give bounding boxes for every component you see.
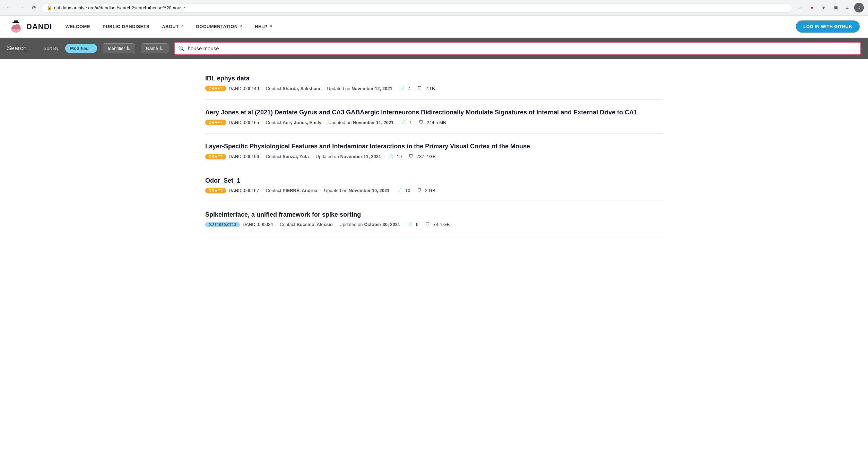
file-size: 2 TB [425,86,435,91]
nav-welcome[interactable]: WELCOME [61,21,95,32]
logo-icon [8,19,24,34]
sort-name-button[interactable]: Name ⇅ [141,43,168,53]
search-toolbar: Search ... Sort By: Modified ↑ Identifie… [0,38,868,59]
update-date: Updated on November 10, 2021 [324,188,390,193]
external-link-icon-about: ↗ [180,24,184,29]
contact-label: Contact Sharda, Saksham [266,86,320,91]
update-date: Updated on November 11, 2021 [328,120,394,125]
bookmark-star-button[interactable]: ☆ [795,3,805,12]
dataset-meta: 0.211030.0713 DANDI:000034 · Contact Buc… [205,222,663,227]
file-size: 74.4 GB [433,222,450,227]
file-size: 244.5 MB [427,120,446,125]
file-count: 1 [409,120,412,125]
extensions-button[interactable]: ▼ [819,3,828,12]
update-date: Updated on November 12, 2021 [327,86,392,91]
sort-group: Sort By: [44,46,60,51]
database-icon: ⛉ [417,188,422,193]
contact-label: Contact Senzai, Yuta [266,154,309,159]
file-icon: 📄 [396,188,402,193]
back-button[interactable]: ← [4,3,14,12]
update-date: Updated on October 30, 2021 [339,222,400,227]
lock-icon: 🔒 [47,5,52,10]
dataset-title[interactable]: SpikeInterface, a unified framework for … [205,210,663,219]
forward-button[interactable]: → [17,3,26,12]
file-count: 10 [405,188,410,193]
profile-button[interactable]: D [854,3,864,12]
draft-badge: DRAFT [205,86,226,91]
search-input-container: 🔍 [174,42,861,55]
sort-by-label: Sort By: [44,46,60,51]
file-icon: 📄 [407,222,413,227]
main-content: IBL ephys data DRAFT DANDI:000149 · Cont… [191,59,677,243]
dataset-item: Odor_Set_1 DRAFT DANDI:000167 · Contact … [205,168,663,202]
dataset-title[interactable]: IBL ephys data [205,74,663,83]
logo-text: DANDI [26,22,52,31]
dandi-id: DANDI:000167 [229,188,259,193]
draft-badge: DRAFT [205,120,226,125]
nav-about[interactable]: ABOUT ↗ [157,21,188,32]
dandi-id: DANDI:000165 [229,120,259,125]
database-icon: ⛉ [425,222,430,227]
file-count: 6 [416,222,418,227]
browser-actions: ☆ ● ▼ ▣ ≡ D [795,3,864,12]
sort-modified-button[interactable]: Modified ↑ [65,44,97,53]
app-navbar: DANDI WELCOME PUBLIC DANDISETS ABOUT ↗ D… [0,16,868,38]
dandi-id: DANDI:000166 [229,154,259,159]
dataset-item: SpikeInterface, a unified framework for … [205,202,663,236]
contact-label: Contact PIERRÉ, Andrea [266,188,317,193]
file-size: 2 GB [425,188,435,193]
dataset-meta: DRAFT DANDI:000166 · Contact Senzai, Yut… [205,154,663,159]
dataset-meta: DRAFT DANDI:000165 · Contact Aery Jones,… [205,120,663,125]
nav-help[interactable]: HELP ↗ [250,21,277,32]
file-count: 4 [408,86,411,91]
draft-badge: DRAFT [205,188,226,193]
svg-rect-1 [14,20,18,23]
file-count: 19 [397,154,402,159]
menu-button[interactable]: ≡ [842,3,852,12]
dataset-meta: DRAFT DANDI:000149 · Contact Sharda, Sak… [205,86,663,91]
url-text: gui.dandiarchive.org/#/dandiset/search?s… [54,5,787,10]
login-button[interactable]: LOG IN WITH GITHUB [796,20,860,33]
external-link-icon-docs: ↗ [239,24,243,29]
contact-label: Contact Aery Jones, Emily [266,120,321,125]
dataset-title[interactable]: Odor_Set_1 [205,176,663,185]
dandi-id: DANDI:000034 [243,222,273,227]
address-bar[interactable]: 🔒 gui.dandiarchive.org/#/dandiset/search… [42,3,792,12]
database-icon: ⛉ [409,154,413,159]
dandi-id: DANDI:000149 [229,86,259,91]
dataset-title[interactable]: Layer-Specific Physiological Features an… [205,142,663,151]
dataset-item: Aery Jones et al (2021) Dentate Gyrus an… [205,100,663,134]
search-input[interactable] [174,42,861,55]
search-icon: 🔍 [178,45,185,52]
dataset-meta: DRAFT DANDI:000167 · Contact PIERRÉ, And… [205,188,663,193]
dataset-title[interactable]: Aery Jones et al (2021) Dentate Gyrus an… [205,108,663,117]
database-icon: ⛉ [417,86,422,91]
nav-public-dandisets[interactable]: PUBLIC DANDISETS [98,21,154,32]
update-date: Updated on November 11, 2021 [316,154,381,159]
logo-area[interactable]: DANDI [8,19,52,34]
adblock-button[interactable]: ● [807,3,817,12]
search-label: Search ... [7,45,38,52]
sort-identifier-button[interactable]: Identifier ⇅ [103,43,135,53]
file-size: 787.2 GB [417,154,436,159]
puzzle-button[interactable]: ▣ [831,3,840,12]
file-icon: 📄 [400,120,406,125]
dataset-item: IBL ephys data DRAFT DANDI:000149 · Cont… [205,66,663,100]
file-icon: 📄 [388,154,393,159]
draft-badge: DRAFT [205,154,226,159]
version-badge: 0.211030.0713 [205,222,240,227]
nav-documentation[interactable]: DOCUMENTATION ↗ [191,21,247,32]
browser-chrome: ← → ⟳ 🔒 gui.dandiarchive.org/#/dandiset/… [0,0,868,16]
dataset-item: Layer-Specific Physiological Features an… [205,134,663,168]
file-icon: 📄 [399,86,405,91]
external-link-icon-help: ↗ [269,24,272,29]
contact-label: Contact Buccino, Alessio [280,222,333,227]
reload-button[interactable]: ⟳ [29,3,39,12]
database-icon: ⛉ [419,120,423,125]
